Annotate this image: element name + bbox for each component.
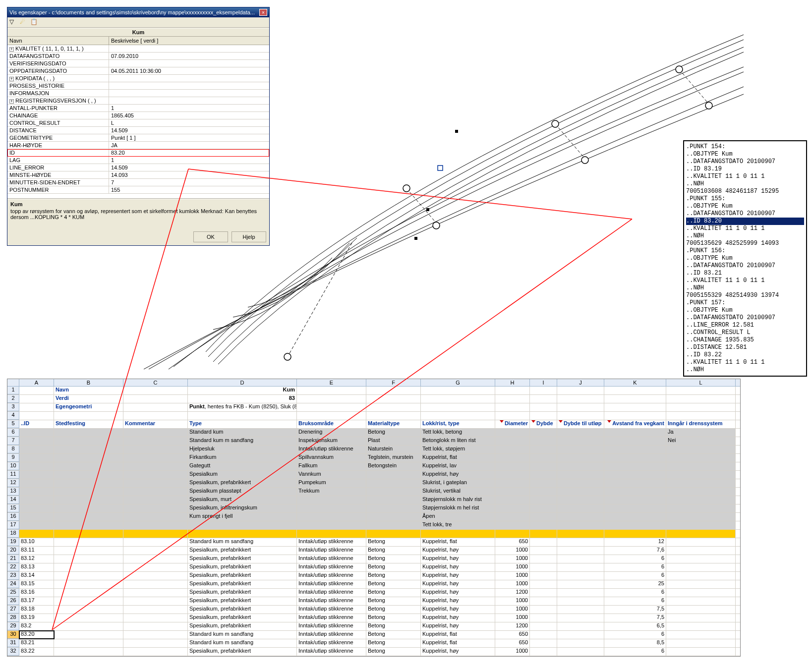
table-row[interactable]: 3283.22Spesialkum, prefabrikkertInntak/u… [7,648,740,656]
section-header: Kum [7,28,269,37]
property-row[interactable]: GEOMETRITYPEPunkt [ 1 ] [7,134,269,142]
svg-point-9 [676,66,683,73]
dialog-buttons: OK Hjelp [7,228,269,245]
sosi-line: ..OBJTYPE Kum [686,203,804,210]
property-row[interactable]: OPPDATERINGSDATO04.05.2011 10:36:00 [7,67,269,75]
table-row[interactable]: 5..IDStedfestingKommentarTypeBruksområde… [7,420,740,429]
table-row[interactable]: 2383.14Spesialkum, prefabrikkertInntak/u… [7,572,740,580]
svg-line-2 [679,69,709,104]
table-row[interactable]: 18 [7,530,740,538]
table-row[interactable]: 1983.10Standard kum m sandfangInntak/utl… [7,538,740,547]
property-row[interactable]: MINUTTER-SIDEN-ENDRET7 [7,179,269,186]
table-row[interactable]: 6Standard kumDreneringBetongTett lokk, b… [7,429,740,437]
table-row[interactable]: 2483.15Spesialkum, prefabrikkertInntak/u… [7,580,740,589]
table-row[interactable]: 2183.12Spesialkum, prefabrikkertInntak/u… [7,555,740,563]
property-row[interactable]: ANTALL-PUNKTER1 [7,105,269,112]
property-row[interactable]: DISTANCE14.509 [7,127,269,134]
svg-point-5 [403,185,410,192]
dialog-toolbar: ▽ ☄ 📋 [7,17,269,28]
property-row[interactable]: +REGISTRERINGSVERSJON ( , ) [7,97,269,105]
filter2-icon[interactable]: ☄ [20,18,28,26]
table-row[interactable]: 2083.11Spesialkum, prefabrikkertInntak/u… [7,547,740,555]
sosi-line: ..ID 83.19 [686,166,804,173]
svg-line-1 [555,124,585,159]
table-row[interactable]: 2883.19Spesialkum, prefabrikkertInntak/u… [7,614,740,622]
sosi-line: ..CHAINAGE 1935.835 [686,336,804,344]
property-row[interactable]: VERIFISERINGSDATO [7,60,269,67]
sosi-line: 7005135629 482525999 14093 [686,240,804,247]
sosi-line: .PUNKT 155: [686,195,804,203]
svg-point-8 [581,157,588,164]
dialog-titlebar[interactable]: Vis egenskaper - c:\documents and settin… [7,7,269,17]
spreadsheet[interactable]: ABCDEFGHIJKL1NavnKum2Verdi833Egengeometr… [7,379,741,657]
sosi-text-panel[interactable]: .PUNKT 154:..OBJTYPE Kum..DATAFANGSTDATO… [683,140,807,377]
sosi-line: ..DATAFANGSTDATO 20100907 [686,210,804,218]
col-name: Navn [7,37,109,45]
table-row[interactable]: 16Kum sprengt i fjellÅpen [7,513,740,521]
properties-dialog: Vis egenskaper - c:\documents and settin… [7,7,270,246]
dialog-title: Vis egenskaper - c:\documents and settin… [9,9,255,15]
table-row[interactable]: 13Spesialkum plasstøptTrekkumSlukrist, v… [7,488,740,496]
copy-icon[interactable]: 📋 [30,18,38,26]
expand-icon[interactable]: + [9,77,14,81]
property-row[interactable]: ID83.20 [7,149,269,157]
svg-rect-14 [438,166,443,170]
column-headers[interactable]: ABCDEFGHIJKL [7,379,740,387]
table-row[interactable]: 8HjelpeslukInntak/utløp stikkrenneNaturs… [7,446,740,454]
table-row[interactable]: 9FirkantkumSpillvannskumTeglstein, murst… [7,454,740,462]
property-row[interactable]: PROSESS_HISTORIE [7,82,269,90]
table-row[interactable]: 2683.17Spesialkum, prefabrikkertInntak/u… [7,597,740,606]
property-row[interactable]: LAG1 [7,157,269,164]
property-row[interactable]: MINSTE-HØYDE14.093 [7,171,269,179]
property-row[interactable]: +KVALITET ( 11, 1, 0, 11, 1, ) [7,45,269,53]
property-row[interactable]: POSTNUMMER155 [7,186,269,194]
property-row[interactable]: CHAINAGE1865.405 [7,112,269,119]
sosi-line: ..OBJTYPE Kum [686,151,804,158]
table-row[interactable]: 17Tett lokk, tre [7,521,740,530]
table-row[interactable]: 14Spesialkum, murtStøpjernslokk m halv r… [7,496,740,504]
prop-column-headers: Navn Beskrivelse [ verdi ] [7,37,269,45]
table-row[interactable]: 7Standard kum m sandfangInspeksjonskumPl… [7,437,740,446]
table-row[interactable]: 2583.16Spesialkum, prefabrikkertInntak/u… [7,589,740,597]
svg-line-0 [406,188,436,223]
sosi-line: ..NØH [686,180,804,188]
expand-icon[interactable]: + [9,47,14,52]
property-row[interactable]: INFORMASJON [7,90,269,97]
help-button[interactable]: Hjelp [232,231,266,242]
ok-button[interactable]: OK [193,231,228,242]
sosi-line: ..DISTANCE 12.581 [686,344,804,351]
close-icon[interactable]: × [259,9,267,16]
table-row[interactable]: 15Spesialkum, infiltreringskumStøpjernsl… [7,504,740,513]
table-row[interactable]: 2783.18Spesialkum, prefabrikkertInntak/u… [7,606,740,614]
sosi-line: ..KVALITET 11 1 0 11 1 [686,277,804,284]
table-row[interactable]: 3083.20Standard kum m sandfangInntak/utl… [7,631,740,639]
table-row[interactable]: 12Spesialkum, prefabrikkertPumpekumSlukr… [7,479,740,488]
property-row[interactable]: DATAFANGSTDATO07.09.2010 [7,53,269,60]
property-row[interactable]: LINE_ERROR14.509 [7,164,269,171]
table-row[interactable]: 3183.21Standard kum m sandfangInntak/utl… [7,639,740,648]
table-row[interactable]: 2983.2Spesialkum, prefabrikkertInntak/ut… [7,622,740,631]
svg-rect-12 [414,237,417,240]
property-row[interactable]: CONTROL_RESULTL [7,119,269,127]
sosi-line: ..DATAFANGSTDATO 20100907 [686,314,804,322]
expand-icon[interactable]: + [9,99,14,104]
properties-list[interactable]: +KVALITET ( 11, 1, 0, 11, 1, )DATAFANGST… [7,45,269,199]
filter-icon[interactable]: ▽ [9,18,17,26]
desc-body: topp av rørsystem for vann og avløp, rep… [10,208,257,220]
sosi-line: ..NØH [686,232,804,240]
sosi-line: ..DATAFANGSTDATO 20100907 [686,158,804,166]
sosi-line: ..NØH [686,366,804,374]
table-row[interactable]: 2Verdi83 [7,395,740,403]
table-row[interactable]: 2283.13Spesialkum, prefabrikkertInntak/u… [7,563,740,572]
property-row[interactable]: +KOPIDATA ( , , ) [7,75,269,82]
sosi-line: .PUNKT 156: [686,247,804,255]
table-row[interactable]: 3EgengeometriPunkt, hentes fra FKB - Kum… [7,403,740,412]
svg-point-4 [284,353,291,360]
table-row[interactable]: 4 [7,412,740,420]
table-row[interactable]: 10GateguttFallkumBetongsteinKuppelrist, … [7,462,740,471]
sosi-line: 7005155329 482514930 13974 [686,292,804,299]
svg-point-10 [705,102,712,109]
property-row[interactable]: HAR-HØYDEJA [7,142,269,149]
table-row[interactable]: 11SpesialkumVannkumKuppelrist, høy [7,471,740,479]
table-row[interactable]: 1NavnKum [7,387,740,395]
